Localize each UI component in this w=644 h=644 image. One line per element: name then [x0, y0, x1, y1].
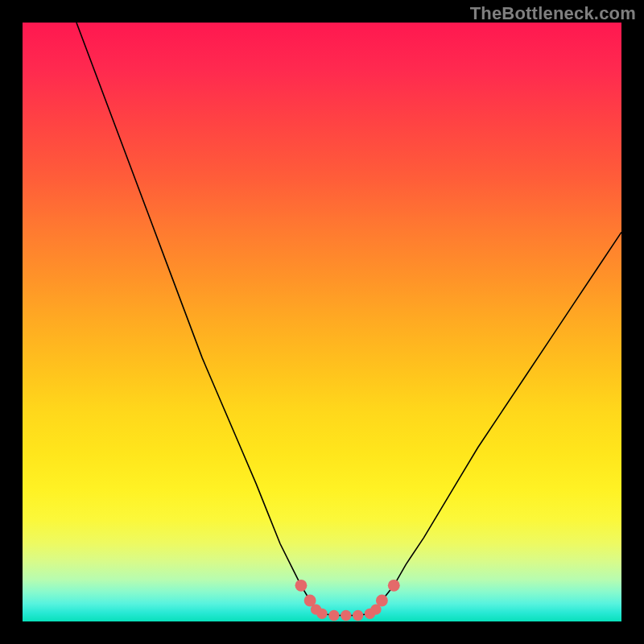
gradient-background	[23, 23, 621, 621]
plot-area	[23, 23, 621, 621]
chart-frame: TheBottleneck.com	[0, 0, 644, 644]
watermark-text: TheBottleneck.com	[470, 3, 636, 24]
